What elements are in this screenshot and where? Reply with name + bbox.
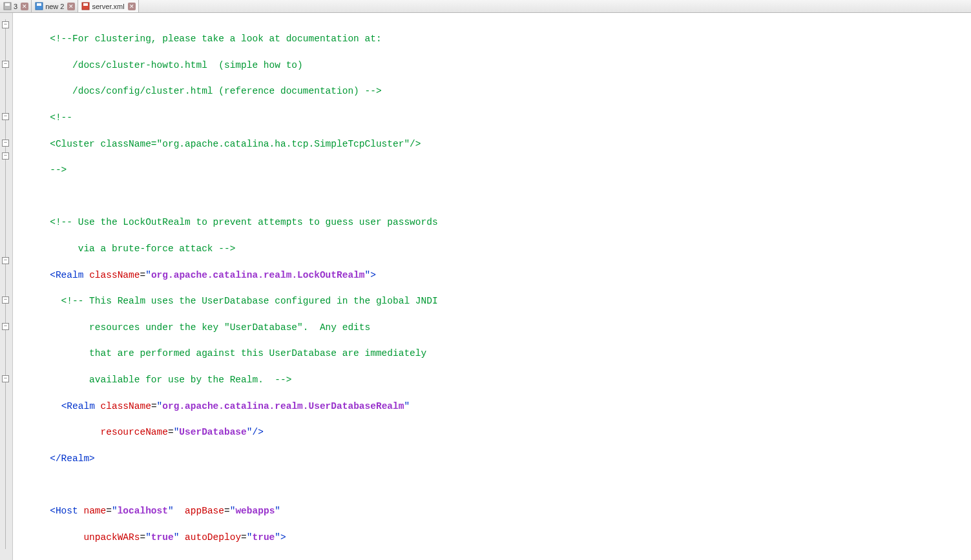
fold-toggle-icon[interactable]: − <box>2 140 9 147</box>
fold-toggle-icon[interactable]: − <box>2 296 9 304</box>
tab-file-serverxml[interactable]: server.xml ✕ <box>78 0 138 12</box>
editor-area: − − − − − − − − − <!--For clustering, pl… <box>0 13 971 560</box>
code-text: <!--For clustering, please take a look a… <box>16 34 382 44</box>
code-line: <Realm className="org.apache.catalina.re… <box>16 400 971 413</box>
tab-file-new2[interactable]: new 2 ✕ <box>32 0 78 12</box>
svg-rect-3 <box>37 3 41 6</box>
svg-rect-1 <box>5 3 10 6</box>
disk-gray-icon <box>3 2 12 11</box>
code-text: </Realm> <box>16 453 95 464</box>
code-text: <!-- <box>16 112 72 123</box>
blank-line <box>16 557 971 560</box>
code-line: <Realm className="org.apache.catalina.re… <box>16 269 971 282</box>
tab-label: 3 <box>14 3 17 10</box>
close-icon[interactable]: ✕ <box>128 3 136 10</box>
tab-label: server.xml <box>92 3 124 10</box>
disk-blue-icon <box>34 2 43 11</box>
code-text: via a brute-force attack --> <box>16 244 235 254</box>
code-text: /docs/cluster-howto.html (simple how to) <box>16 60 303 70</box>
tab-label: new 2 <box>45 3 64 10</box>
fold-toggle-icon[interactable]: − <box>2 323 9 330</box>
code-text: available for use by the Realm. --> <box>16 375 291 385</box>
code-text: <!-- Use the LockOutRealm to prevent att… <box>16 217 438 227</box>
blank-line <box>16 478 971 491</box>
tab-bar: 3 ✕ new 2 ✕ server.xml ✕ <box>0 0 971 13</box>
fold-toggle-icon[interactable]: − <box>2 61 9 68</box>
code-line: <Host name="localhost" appBase="webapps" <box>16 504 971 517</box>
fold-toggle-icon[interactable]: − <box>2 152 9 160</box>
code-text: /docs/config/cluster.html (reference doc… <box>16 86 382 96</box>
code-text: that are performed against this UserData… <box>16 348 426 358</box>
code-text: <Cluster className="org.apache.catalina.… <box>16 139 421 149</box>
svg-rect-5 <box>83 3 88 6</box>
fold-gutter[interactable]: − − − − − − − − − <box>0 13 13 560</box>
fold-toggle-icon[interactable]: − <box>2 21 9 28</box>
fold-toggle-icon[interactable]: − <box>2 113 9 120</box>
code-line: resourceName="UserDatabase"/> <box>16 426 971 439</box>
code-text: --> <box>16 165 67 175</box>
fold-toggle-icon[interactable]: − <box>2 375 9 382</box>
code-line: unpackWARs="true" autoDeploy="true"> <box>16 531 971 544</box>
blank-line <box>16 190 971 203</box>
close-icon[interactable]: ✕ <box>67 3 75 10</box>
fold-toggle-icon[interactable]: − <box>2 257 9 264</box>
code-editor[interactable]: <!--For clustering, please take a look a… <box>13 13 971 560</box>
tab-file-3[interactable]: 3 ✕ <box>0 0 32 12</box>
code-text: <!-- This Realm uses the UserDatabase co… <box>16 296 438 306</box>
close-icon[interactable]: ✕ <box>21 3 28 10</box>
code-text: resources under the key "UserDatabase". … <box>16 322 370 333</box>
disk-red-icon <box>81 2 90 11</box>
